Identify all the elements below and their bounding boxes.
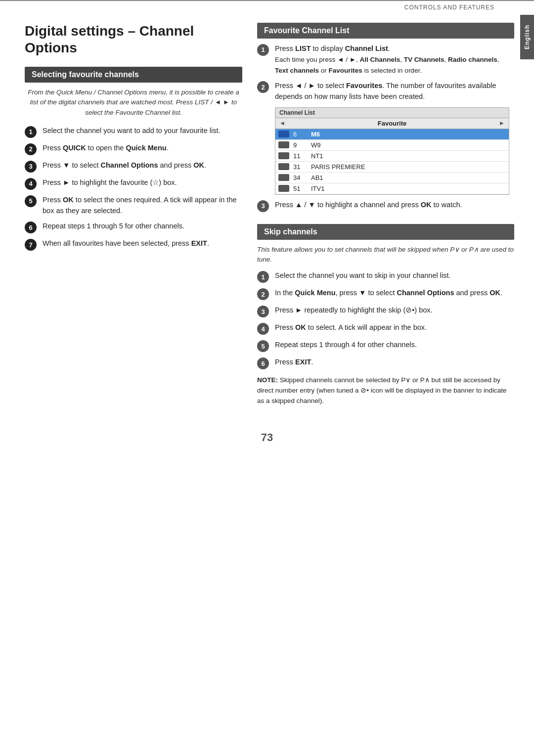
- page-title: Digital settings – Channel Options: [25, 23, 242, 56]
- channel-number: 11: [293, 152, 311, 160]
- skip-step-4: 4 Press OK to select. A tick will appear…: [257, 322, 514, 335]
- favourite-column-label: Favourite: [289, 120, 495, 127]
- skip-step-text-6: Press EXIT.: [275, 357, 514, 368]
- step-text-7: When all favourites have been selected, …: [43, 238, 242, 249]
- fav-step-text-3: Press ▲ / ▼ to highlight a channel and p…: [275, 200, 514, 211]
- channel-number: 51: [293, 185, 311, 192]
- channel-number: 34: [293, 174, 311, 181]
- step-text-1: Select the channel you want to add to yo…: [43, 126, 242, 136]
- fav-step-num-2: 2: [257, 81, 269, 93]
- step-num-4: 4: [25, 178, 37, 190]
- channel-number: 6: [293, 131, 311, 138]
- skip-step-num-3: 3: [257, 306, 269, 317]
- channel-row: 51 ITV1: [275, 183, 509, 194]
- fav-step-2: 2 Press ◄ / ► to select Favourites. The …: [257, 81, 514, 102]
- step-num-1: 1: [25, 126, 37, 138]
- channel-icon: [278, 174, 289, 181]
- step-7: 7 When all favourites have been selected…: [25, 238, 242, 251]
- step-num-2: 2: [25, 143, 37, 155]
- channel-list-header: Channel List: [275, 108, 509, 118]
- skip-channels-steps: 1 Select the channel you want to skip in…: [257, 270, 514, 369]
- arrow-left-icon: ◄: [275, 120, 289, 127]
- step-3: 3 Press ▼ to select Channel Options and …: [25, 160, 242, 173]
- step-4: 4 Press ► to highlight the favourite (☆)…: [25, 178, 242, 190]
- channel-row: 34 AB1: [275, 173, 509, 183]
- fav-step-3: 3 Press ▲ / ▼ to highlight a channel and…: [257, 200, 514, 212]
- step-num-6: 6: [25, 222, 37, 233]
- favourite-channel-list-steps: 1 Press LIST to display Channel List. Ea…: [257, 44, 514, 102]
- step-text-3: Press ▼ to select Channel Options and pr…: [43, 160, 242, 171]
- skip-step-num-1: 1: [257, 271, 269, 283]
- fav-step-num-3: 3: [257, 200, 269, 212]
- skip-step-6: 6 Press EXIT.: [257, 357, 514, 369]
- channel-name: PARIS PREMIERE: [311, 163, 506, 171]
- skip-step-3: 3 Press ► repeatedly to highlight the sk…: [257, 305, 514, 317]
- page-number: 73: [0, 431, 534, 444]
- controls-and-features-label: CONTROLS AND FEATURES: [0, 0, 534, 13]
- step-6: 6 Repeat steps 1 through 5 for other cha…: [25, 221, 242, 233]
- step-5: 5 Press OK to select the ones required. …: [25, 195, 242, 217]
- skip-step-text-5: Repeat steps 1 through 4 for other chann…: [275, 340, 514, 351]
- channel-icon: [278, 131, 289, 137]
- step-num-5: 5: [25, 195, 37, 207]
- left-column: Digital settings – Channel Options Selec…: [25, 18, 242, 406]
- channel-row: 11 NT1: [275, 151, 509, 162]
- channel-icon: [278, 152, 289, 159]
- step-1: 1 Select the channel you want to add to …: [25, 126, 242, 138]
- section-favourite-channel-list-header: Favourite Channel List: [257, 23, 514, 39]
- channel-rows-container: 6 M6 9 W9 11 NT1 31 PARIS PREMIERE 34 AB…: [275, 129, 509, 194]
- fav-step-1: 1 Press LIST to display Channel List. Ea…: [257, 44, 514, 76]
- channel-name: ITV1: [311, 185, 506, 192]
- skip-step-num-6: 6: [257, 357, 269, 369]
- step-text-4: Press ► to highlight the favourite (☆) b…: [43, 178, 242, 188]
- channel-number: 9: [293, 141, 311, 149]
- skip-step-num-2: 2: [257, 288, 269, 300]
- channel-name: M6: [311, 131, 506, 138]
- step-2: 2 Press QUICK to open the Quick Menu.: [25, 143, 242, 155]
- skip-step-text-4: Press OK to select. A tick will appear i…: [275, 322, 514, 333]
- step-num-7: 7: [25, 239, 37, 251]
- channel-number: 31: [293, 163, 311, 171]
- step-text-5: Press OK to select the ones required. A …: [43, 195, 242, 217]
- fav-step-num-1: 1: [257, 44, 269, 56]
- skip-channels-note: NOTE: Skipped channels cannot be selecte…: [257, 375, 514, 406]
- english-tab: English: [520, 15, 534, 59]
- skip-step-num-4: 4: [257, 323, 269, 335]
- skip-step-1: 1 Select the channel you want to skip in…: [257, 270, 514, 283]
- channel-name: W9: [311, 141, 506, 149]
- selecting-favourites-steps: 1 Select the channel you want to add to …: [25, 126, 242, 251]
- step-num-3: 3: [25, 161, 37, 173]
- section-selecting-favourites-header: Selecting favourite channels: [25, 67, 242, 83]
- fav-step-text-2: Press ◄ / ► to select Favourites. The nu…: [275, 81, 514, 102]
- skip-step-2: 2 In the Quick Menu, press ▼ to select C…: [257, 288, 514, 300]
- channel-icon: [278, 163, 289, 170]
- channel-list-subheader: ◄ Favourite ►: [275, 118, 509, 129]
- skip-step-text-3: Press ► repeatedly to highlight the skip…: [275, 305, 514, 316]
- right-column: Favourite Channel List 1 Press LIST to d…: [257, 18, 514, 406]
- skip-step-num-5: 5: [257, 340, 269, 352]
- skip-channels-intro: This feature allows you to set channels …: [257, 245, 514, 265]
- section-skip-channels-header: Skip channels: [257, 224, 514, 240]
- skip-step-5: 5 Repeat steps 1 through 4 for other cha…: [257, 340, 514, 352]
- channel-icon: [278, 185, 289, 192]
- arrow-right-icon: ►: [495, 120, 509, 127]
- step-text-2: Press QUICK to open the Quick Menu.: [43, 143, 242, 154]
- skip-step-text-1: Select the channel you want to skip in y…: [275, 270, 514, 281]
- channel-row: 9 W9: [275, 140, 509, 151]
- channel-row: 6 M6: [275, 129, 509, 140]
- channel-name: AB1: [311, 174, 506, 181]
- skip-step-text-2: In the Quick Menu, press ▼ to select Cha…: [275, 288, 514, 299]
- channel-name: NT1: [311, 152, 506, 160]
- fav-step-text-1: Press LIST to display Channel List. Each…: [275, 44, 514, 76]
- channel-list-table: Channel List ◄ Favourite ► 6 M6 9 W9 11 …: [275, 107, 509, 195]
- favourites-intro: From the Quick Menu / Channel Options me…: [25, 88, 242, 118]
- fav-step-3-list: 3 Press ▲ / ▼ to highlight a channel and…: [257, 200, 514, 212]
- channel-icon: [278, 141, 289, 148]
- step-text-6: Repeat steps 1 through 5 for other chann…: [43, 221, 242, 232]
- channel-row: 31 PARIS PREMIERE: [275, 162, 509, 173]
